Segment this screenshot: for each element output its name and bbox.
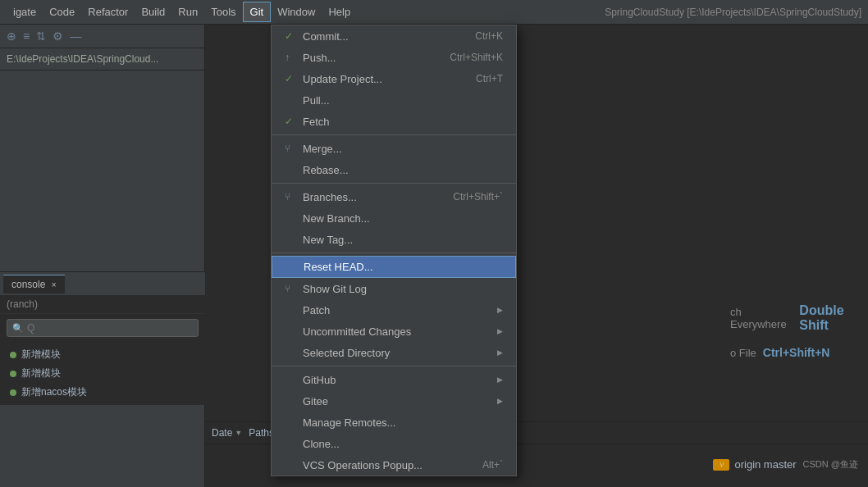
branch-icon: ⑂ xyxy=(713,459,729,471)
separator-4 xyxy=(272,366,516,366)
menu-item-update[interactable]: ✓ Update Project... Ctrl+T xyxy=(272,68,516,89)
search-input[interactable] xyxy=(27,322,193,334)
sidebar-icon-minimize[interactable]: — xyxy=(70,30,81,43)
menu-item-merge[interactable]: ⑂ Merge... xyxy=(272,138,516,159)
list-item-dot xyxy=(10,389,16,396)
push-shortcut: Ctrl+Shift+K xyxy=(450,52,503,63)
menu-code[interactable]: Code xyxy=(43,2,81,21)
menu-window[interactable]: Window xyxy=(271,2,322,21)
sidebar-icon-settings[interactable]: ⚙ xyxy=(53,30,63,43)
menu-run[interactable]: Run xyxy=(171,2,204,21)
date-label: Date xyxy=(212,427,232,439)
branch-badge: ⑂ origin master xyxy=(713,458,796,471)
file-list: 新增模块 新增模块 新增nacos模块 xyxy=(0,342,205,405)
github-label: GitHub xyxy=(303,374,494,386)
menu-item-manage-remotes[interactable]: Manage Remotes... xyxy=(272,412,516,433)
update-icon: ✓ xyxy=(285,73,298,84)
file-hint: o File Ctrl+Shift+N xyxy=(730,346,829,359)
menu-item-rebase[interactable]: Rebase... xyxy=(272,159,516,180)
menu-item-new-branch[interactable]: New Branch... xyxy=(272,207,516,229)
list-item-label: 新增模块 xyxy=(21,366,61,380)
update-shortcut: Ctrl+T xyxy=(476,73,503,84)
commit-icon: ✓ xyxy=(285,30,298,42)
update-label: Update Project... xyxy=(303,73,476,85)
menu-build[interactable]: Build xyxy=(135,2,171,21)
menu-item-selected-dir[interactable]: Selected Directory xyxy=(272,342,516,363)
menu-item-gitee[interactable]: Gitee xyxy=(272,390,516,412)
sidebar-icon-sort[interactable]: ⇅ xyxy=(36,30,46,43)
list-item[interactable]: 新增模块 xyxy=(0,345,205,364)
menu-item-patch[interactable]: Patch xyxy=(272,299,516,321)
vcs-popup-shortcut: Alt+` xyxy=(482,459,503,471)
uncommitted-label: Uncommitted Changes xyxy=(303,325,494,338)
list-item[interactable]: 新增模块 xyxy=(0,364,205,383)
reset-head-label: Reset HEAD... xyxy=(304,261,502,273)
file-shortcut-label: Ctrl+Shift+N xyxy=(763,346,830,359)
sidebar-icon-globe[interactable]: ⊕ xyxy=(7,30,16,43)
new-branch-label: New Branch... xyxy=(303,212,503,225)
sidebar-path: E:\IdeProjects\IDEA\SpringCloud... xyxy=(0,48,204,71)
separator-1 xyxy=(272,134,516,135)
fetch-icon: ✓ xyxy=(285,116,298,127)
date-dropdown[interactable]: Date ▼ xyxy=(212,427,242,439)
window-title: SpringCloudStudy [E:\IdeProjects\IDEA\Sp… xyxy=(605,7,861,18)
pull-label: Pull... xyxy=(303,94,503,107)
console-tab[interactable]: console × xyxy=(3,275,65,294)
clone-label: Clone... xyxy=(303,438,503,450)
git-dropdown-menu: ✓ Commit... Ctrl+K ↑ Push... Ctrl+Shift+… xyxy=(271,25,517,476)
menu-item-pull[interactable]: Pull... xyxy=(272,89,516,111)
sidebar-icon-list[interactable]: ≡ xyxy=(23,30,30,43)
selected-dir-label: Selected Directory xyxy=(303,347,494,359)
menu-tools[interactable]: Tools xyxy=(204,2,242,21)
separator-3 xyxy=(272,253,516,253)
menu-item-vcs-popup[interactable]: VCS Operations Popup... Alt+` xyxy=(272,454,516,476)
commit-label: Commit... xyxy=(303,30,475,43)
merge-label: Merge... xyxy=(303,143,503,155)
menu-item-clone[interactable]: Clone... xyxy=(272,433,516,454)
sidebar: ⊕ ≡ ⇅ ⚙ — E:\IdeProjects\IDEA\SpringClou… xyxy=(0,25,205,487)
menu-item-fetch[interactable]: ✓ Fetch xyxy=(272,111,516,132)
fetch-label: Fetch xyxy=(303,116,503,128)
manage-remotes-label: Manage Remotes... xyxy=(303,416,503,429)
sidebar-toolbar: ⊕ ≡ ⇅ ⚙ — xyxy=(0,25,204,48)
menu-refactor[interactable]: Refactor xyxy=(81,2,135,21)
list-item-label: 新增模块 xyxy=(21,348,61,362)
separator-2 xyxy=(272,183,516,184)
menu-item-push[interactable]: ↑ Push... Ctrl+Shift+K xyxy=(272,47,516,68)
menu-item-branches[interactable]: ⑂ Branches... Ctrl+Shift+` xyxy=(272,186,516,207)
search-icon: 🔍 xyxy=(12,323,24,334)
commit-shortcut: Ctrl+K xyxy=(475,30,503,42)
menu-item-reset-head[interactable]: Reset HEAD... xyxy=(272,256,516,278)
menu-item-show-git-log[interactable]: ⑂ Show Git Log xyxy=(272,278,516,299)
list-item[interactable]: 新增nacos模块 xyxy=(0,383,205,402)
branches-label: Branches... xyxy=(303,191,453,203)
list-item-dot xyxy=(10,371,16,377)
menubar: igate Code Refactor Build Run Tools Git … xyxy=(0,0,868,25)
branch-icon-shape: ⑂ xyxy=(720,461,724,469)
list-item-dot xyxy=(10,352,16,358)
push-icon: ↑ xyxy=(285,52,298,63)
menu-help[interactable]: Help xyxy=(322,2,357,21)
menu-igate[interactable]: igate xyxy=(7,2,43,21)
new-tag-label: New Tag... xyxy=(303,234,503,246)
menu-item-uncommitted[interactable]: Uncommitted Changes xyxy=(272,321,516,342)
menu-item-commit[interactable]: ✓ Commit... Ctrl+K xyxy=(272,25,516,47)
patch-label: Patch xyxy=(303,304,494,316)
search-hint: ch Everywhere Double Shift xyxy=(730,303,868,333)
csdn-label: CSDN @鱼迹 xyxy=(803,458,858,471)
merge-icon: ⑂ xyxy=(285,143,298,154)
search-box[interactable]: 🔍 xyxy=(7,319,199,337)
menu-item-new-tag[interactable]: New Tag... xyxy=(272,229,516,250)
double-shift-label: Double Shift xyxy=(799,303,868,333)
list-item-label: 新增nacos模块 xyxy=(21,385,87,399)
console-tab-close[interactable]: × xyxy=(52,280,57,289)
menu-item-github[interactable]: GitHub xyxy=(272,369,516,390)
branch-indicator: (ranch) xyxy=(7,298,38,310)
branches-shortcut: Ctrl+Shift+` xyxy=(453,191,503,203)
menu-git[interactable]: Git xyxy=(243,2,272,22)
console-tab-label: console xyxy=(11,279,45,290)
rebase-label: Rebase... xyxy=(303,164,503,176)
search-everywhere-label: ch Everywhere xyxy=(730,306,793,330)
bottom-tabs: console × xyxy=(0,272,205,295)
origin-master-label: origin master xyxy=(734,458,796,471)
